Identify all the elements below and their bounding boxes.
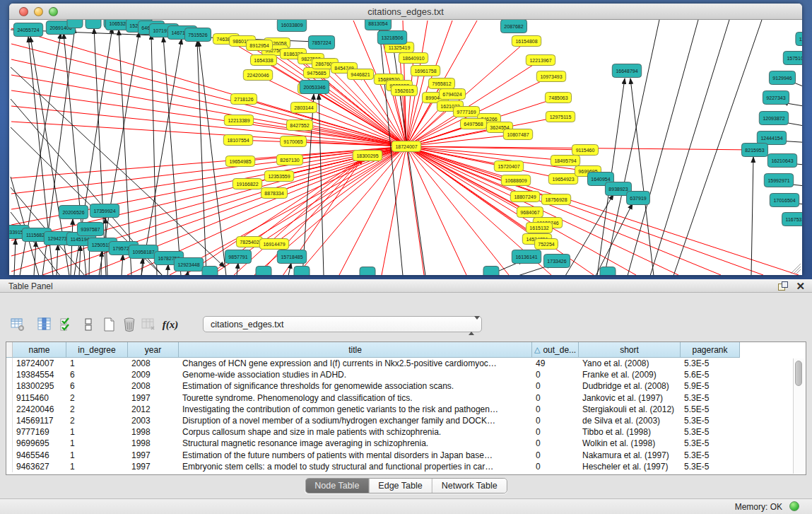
select-columns-icon[interactable] (58, 315, 76, 334)
table-row[interactable]: 1830029562008Estimation of significance … (6, 380, 806, 392)
graph-node[interactable]: 15751074 (783, 52, 802, 65)
table-row[interactable]: 911546021997Tourette syndrome. Phenomeno… (6, 392, 806, 404)
tab-network-table[interactable]: Network Table (433, 479, 507, 493)
network-canvas[interactable]: 1872400718300295224200462718126122133891… (9, 20, 802, 275)
column-header-out_de[interactable]: △out_de... (532, 342, 579, 358)
graph-node[interactable]: 20053346 (300, 81, 329, 94)
column-header-title[interactable]: title (179, 342, 532, 358)
graph-node[interactable]: 24055724 (13, 23, 42, 37)
table-row[interactable]: 1938455462009Genome-wide association stu… (6, 369, 806, 380)
graph-node[interactable]: 18640910 (399, 53, 428, 64)
graph-node[interactable]: 2803144 (290, 103, 317, 113)
graph-node[interactable]: 7857224 (308, 36, 334, 49)
graph-node[interactable]: 9446821 (347, 69, 373, 80)
graph-node[interactable] (67, 20, 83, 28)
graph-node[interactable]: 6794024 (439, 89, 465, 100)
graph-node[interactable]: 18107554 (223, 135, 252, 146)
graph-node[interactable]: 8215953 (741, 144, 767, 157)
table-settings-icon[interactable] (8, 315, 27, 334)
graph-node[interactable]: 9129946 (769, 71, 795, 85)
graph-node[interactable]: 12923448 (174, 258, 203, 271)
graph-node[interactable]: 8267130 (276, 155, 302, 165)
graph-node[interactable]: 9170065 (280, 136, 306, 147)
graph-node[interactable] (483, 267, 499, 276)
graph-node[interactable]: 18756928 (541, 194, 570, 205)
table-row[interactable]: 1456911722003Disruption of a novel membe… (6, 415, 806, 426)
graph-node[interactable] (360, 267, 375, 276)
graph-node[interactable]: 8813054 (365, 20, 391, 30)
column-header-name[interactable]: name (13, 342, 66, 358)
graph-node[interactable] (294, 267, 310, 276)
citation-network-graph[interactable]: 1872400718300295224200462718126122133891… (9, 20, 802, 275)
table-row[interactable]: 1872400712008Changes of HCN gene express… (6, 358, 806, 369)
graph-node[interactable]: 19654985 (225, 156, 254, 167)
graph-node[interactable]: 1615132 (526, 223, 552, 233)
graph-node[interactable]: 9777169 (453, 107, 479, 117)
tab-edge-table[interactable]: Edge Table (369, 479, 432, 493)
column-header-in_degree[interactable]: in_degree (66, 342, 128, 358)
graph-node[interactable]: 752254 (535, 239, 558, 250)
graph-node[interactable]: 16210643 (767, 154, 796, 168)
graph-node[interactable]: 18495794 (551, 156, 579, 166)
nodes[interactable]: 1872400718300295224200462718126122133891… (9, 20, 802, 275)
graph-node[interactable]: 6497568 (460, 119, 486, 129)
graph-node[interactable]: 17016504 (770, 194, 799, 207)
graph-node[interactable]: 19166822 (233, 179, 261, 189)
graph-node[interactable]: 8427552 (286, 120, 312, 131)
graph-node[interactable]: 2718126 (230, 94, 257, 105)
graph-node[interactable] (600, 267, 616, 276)
table-row[interactable]: 946554611997Estimation of the future num… (6, 450, 806, 461)
graph-node[interactable]: 12444154 (757, 132, 786, 145)
graph-node[interactable]: 15992971 (764, 174, 793, 187)
graph-node[interactable]: 9684067 (517, 207, 543, 218)
graph-node[interactable]: 7515526 (184, 28, 211, 42)
graph-node[interactable]: 13218506 (377, 31, 406, 45)
graph-node[interactable]: 16033809 (277, 20, 306, 32)
graph-node[interactable]: 1654338 (250, 55, 276, 66)
graph-node[interactable]: 1117 (796, 33, 802, 46)
graph-node[interactable]: 15718485 (277, 250, 306, 264)
graph-node[interactable]: 12213967 (526, 55, 555, 66)
window-resize-grip[interactable] (791, 264, 801, 274)
graph-node[interactable]: 22420046 (243, 70, 272, 81)
graph-node[interactable]: 10688609 (501, 175, 530, 186)
rows-icon[interactable] (79, 315, 98, 334)
graph-node[interactable]: 18807249 (510, 192, 539, 202)
vertical-scrollbar[interactable] (793, 358, 804, 474)
function-builder-icon[interactable]: f(x) (161, 315, 180, 334)
graph-node[interactable]: 12213389 (224, 115, 253, 126)
graph-node[interactable]: 12975115 (546, 112, 575, 122)
graph-node[interactable]: 7485063 (545, 93, 571, 103)
graph-node[interactable]: 9397587 (77, 223, 103, 236)
network-window-titlebar[interactable]: citations_edges.txt (9, 4, 802, 20)
graph-node[interactable]: 19654923 (548, 174, 577, 185)
graph-node[interactable]: 20206526 (59, 206, 88, 219)
graph-node[interactable]: 9227343 (763, 91, 789, 105)
close-panel-icon[interactable]: ✕ (796, 280, 805, 293)
column-header-pagerank[interactable]: pagerank (681, 342, 740, 358)
graph-node[interactable]: 7825402 (236, 237, 262, 247)
graph-node[interactable]: 10807487 (503, 129, 532, 140)
graph-node[interactable] (202, 267, 218, 276)
graph-node[interactable]: 12093872 (759, 112, 788, 125)
graph-node[interactable]: 637919 (627, 192, 650, 205)
column-header-year[interactable]: year (128, 342, 179, 358)
graph-node[interactable]: 1733426 (543, 255, 570, 268)
graph-node[interactable]: 1562615 (391, 86, 417, 96)
graph-node[interactable]: 2087682 (500, 20, 526, 33)
graph-node[interactable]: 16154808 (512, 36, 541, 47)
column-visibility-icon[interactable] (35, 315, 54, 334)
graph-node[interactable]: 16648794 (612, 64, 641, 78)
table-row[interactable]: 977716911998Corpus callosum shape and si… (6, 426, 806, 438)
float-panel-icon[interactable] (778, 281, 788, 291)
delete-table-icon[interactable] (120, 315, 139, 334)
table-selector-combobox[interactable]: citations_edges.txt (203, 316, 482, 332)
graph-node[interactable]: 8878334 (261, 188, 287, 199)
tab-node-table[interactable]: Node Table (305, 479, 369, 493)
graph-node[interactable]: 10973493 (536, 71, 565, 82)
table-row[interactable]: 969969511998Structural magnetic resonanc… (6, 438, 806, 449)
graph-node[interactable]: 116753 (782, 213, 802, 226)
graph-node[interactable]: 16961758 (411, 66, 440, 76)
table-row[interactable]: 2242004622012Investigating the contribut… (6, 404, 806, 415)
graph-node[interactable] (86, 20, 101, 29)
